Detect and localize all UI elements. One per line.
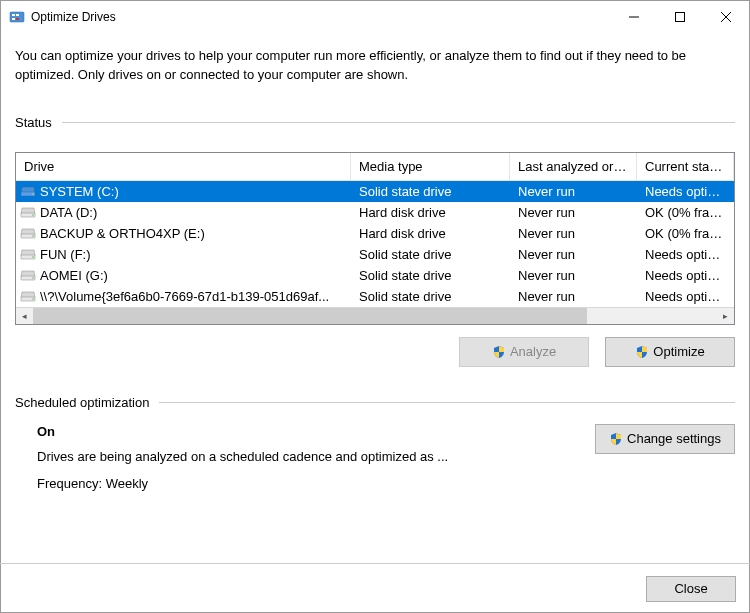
drive-name: BACKUP & ORTHO4XP (E:) (40, 226, 351, 241)
sched-frequency: Frequency: Weekly (37, 476, 595, 491)
optimize-button[interactable]: Optimize (605, 337, 735, 367)
scroll-right-arrow[interactable]: ▸ (717, 308, 734, 324)
svg-point-12 (32, 214, 34, 216)
sched-description: Drives are being analyzed on a scheduled… (37, 449, 595, 464)
svg-rect-3 (12, 18, 15, 20)
drive-name: SYSTEM (C:) (40, 184, 351, 199)
drive-status: Needs optimiza (637, 247, 734, 262)
drive-media: Solid state drive (351, 268, 510, 283)
status-label-text: Status (15, 115, 52, 130)
intro-text: You can optimize your drives to help you… (15, 47, 735, 85)
drive-icon (20, 183, 36, 199)
analyze-button: Analyze (459, 337, 589, 367)
svg-rect-2 (16, 14, 19, 16)
svg-point-10 (32, 193, 34, 195)
scroll-left-arrow[interactable]: ◂ (16, 308, 33, 324)
col-media[interactable]: Media type (351, 153, 510, 180)
drive-icon (20, 288, 36, 304)
col-drive[interactable]: Drive (16, 153, 351, 180)
shield-icon (609, 432, 623, 446)
drive-media: Solid state drive (351, 247, 510, 262)
col-status[interactable]: Current status (637, 153, 734, 180)
drive-media: Solid state drive (351, 184, 510, 199)
drive-media: Hard disk drive (351, 205, 510, 220)
svg-rect-0 (10, 12, 24, 22)
drive-last-run: Never run (510, 184, 637, 199)
drive-name: DATA (D:) (40, 205, 351, 220)
defrag-app-icon (9, 9, 25, 25)
minimize-button[interactable] (611, 1, 657, 33)
drive-status: Needs optimiza (637, 289, 734, 304)
drive-last-run: Never run (510, 289, 637, 304)
svg-rect-1 (12, 14, 15, 16)
change-settings-button[interactable]: Change settings (595, 424, 735, 454)
drive-media: Hard disk drive (351, 226, 510, 241)
svg-point-18 (32, 277, 34, 279)
drive-icon (20, 267, 36, 283)
drive-status: Needs optimiza (637, 268, 734, 283)
close-button[interactable] (703, 1, 749, 33)
drive-status: OK (0% fragmen (637, 226, 734, 241)
drive-status: Needs optimiza (637, 184, 734, 199)
table-body: SYSTEM (C:)Solid state driveNever runNee… (16, 181, 734, 307)
drive-media: Solid state drive (351, 289, 510, 304)
scroll-thumb[interactable] (33, 308, 587, 324)
svg-point-16 (32, 256, 34, 258)
dialog-footer: Close (0, 563, 750, 613)
sched-status: On (37, 424, 595, 439)
drive-icon (20, 225, 36, 241)
drive-name: FUN (F:) (40, 247, 351, 262)
table-row[interactable]: DATA (D:)Hard disk driveNever runOK (0% … (16, 202, 734, 223)
svg-point-20 (32, 298, 34, 300)
svg-rect-4 (16, 18, 19, 20)
drive-icon (20, 204, 36, 220)
shield-icon (635, 345, 649, 359)
status-section-label: Status (15, 115, 735, 130)
close-dialog-button[interactable]: Close (646, 576, 736, 602)
table-row[interactable]: SYSTEM (C:)Solid state driveNever runNee… (16, 181, 734, 202)
horizontal-scrollbar[interactable]: ◂ ▸ (16, 307, 734, 324)
shield-icon (492, 345, 506, 359)
titlebar[interactable]: Optimize Drives (1, 1, 749, 33)
drive-last-run: Never run (510, 205, 637, 220)
svg-rect-6 (676, 13, 685, 22)
window-title: Optimize Drives (31, 10, 611, 24)
drive-status: OK (0% fragmen (637, 205, 734, 220)
table-row[interactable]: AOMEI (G:)Solid state driveNever runNeed… (16, 265, 734, 286)
optimize-label: Optimize (653, 344, 704, 359)
drive-name: \\?\Volume{3ef6a6b0-7669-67d1-b139-051d6… (40, 289, 351, 304)
divider (62, 122, 735, 123)
col-last[interactable]: Last analyzed or o... (510, 153, 637, 180)
analyze-label: Analyze (510, 344, 556, 359)
svg-point-14 (32, 235, 34, 237)
table-header: Drive Media type Last analyzed or o... C… (16, 153, 734, 181)
drive-name: AOMEI (G:) (40, 268, 351, 283)
change-settings-label: Change settings (627, 431, 721, 446)
close-label: Close (674, 581, 707, 596)
divider (159, 402, 735, 403)
table-row[interactable]: BACKUP & ORTHO4XP (E:)Hard disk driveNev… (16, 223, 734, 244)
drive-last-run: Never run (510, 226, 637, 241)
table-row[interactable]: \\?\Volume{3ef6a6b0-7669-67d1-b139-051d6… (16, 286, 734, 307)
drive-last-run: Never run (510, 268, 637, 283)
drive-last-run: Never run (510, 247, 637, 262)
table-row[interactable]: FUN (F:)Solid state driveNever runNeeds … (16, 244, 734, 265)
drives-table: Drive Media type Last analyzed or o... C… (15, 152, 735, 325)
sched-section-label: Scheduled optimization (15, 395, 735, 410)
drive-icon (20, 246, 36, 262)
maximize-button[interactable] (657, 1, 703, 33)
sched-label-text: Scheduled optimization (15, 395, 149, 410)
scroll-track[interactable] (587, 308, 717, 324)
